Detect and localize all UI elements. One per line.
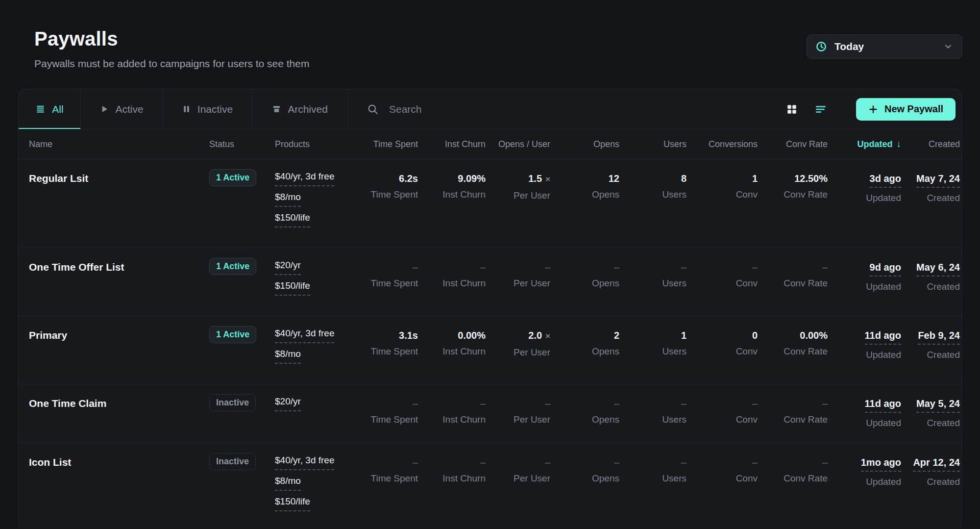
col-header-created[interactable]: Created — [901, 139, 960, 150]
metric-label: Time Spent — [339, 346, 418, 357]
metric-cell: –Conv Rate — [758, 398, 828, 425]
updated-value: 9d ago — [828, 261, 901, 277]
col-header-updated[interactable]: Updated↓ — [828, 139, 901, 150]
metric-cell: –Time Spent — [339, 398, 418, 425]
metric-label: Opens — [550, 414, 619, 425]
product-item: $150/life — [275, 496, 339, 511]
metric-label: Inst Churn — [418, 346, 486, 357]
col-header-users[interactable]: Users — [619, 139, 686, 150]
updated-text: 1mo ago — [861, 456, 901, 472]
name-cell: Icon List — [29, 456, 209, 468]
status-badge: Inactive — [209, 394, 256, 411]
table-row[interactable]: Regular Lsit1 Active$40/yr, 3d free$8/mo… — [19, 159, 961, 248]
multiplier-suffix: × — [545, 175, 550, 184]
metric-label: Time Spent — [339, 189, 418, 200]
metric-value: 1 — [686, 173, 758, 184]
created-text: Feb 9, 24 — [918, 329, 960, 345]
sort-desc-icon: ↓ — [897, 139, 902, 149]
plus-icon — [868, 104, 878, 114]
tab-inactive[interactable]: Inactive — [163, 89, 252, 129]
table-row[interactable]: Primary1 Active$40/yr, 3d free$8/mo3.1sT… — [19, 316, 961, 384]
page-title-block: Paywalls Paywalls must be added to campa… — [34, 28, 309, 70]
metric-label: Users — [619, 473, 686, 484]
metric-cell: –Opens — [550, 456, 619, 484]
metric-cell: –Users — [619, 261, 686, 289]
metric-value: 12 — [550, 173, 619, 184]
updated-cell: 3d agoUpdated — [828, 173, 901, 203]
col-header-opens-user[interactable]: Opens / User — [486, 139, 550, 150]
metric-value: – — [758, 398, 828, 409]
created-text: May 5, 24 — [916, 398, 960, 413]
metric-label: Time Spent — [339, 473, 418, 484]
col-header-conv-rate[interactable]: Conv Rate — [758, 139, 828, 150]
updated-text: 9d ago — [870, 261, 901, 277]
metric-label: Conv Rate — [758, 346, 828, 357]
rows-icon — [35, 104, 46, 114]
search-icon — [367, 103, 379, 115]
metric-value: – — [486, 456, 550, 468]
metric-cell: 0.00%Inst Churn — [418, 329, 486, 357]
table-row[interactable]: One Time ClaimInactive$20/yr–Time Spent–… — [19, 384, 961, 443]
metric-value: 3.1s — [339, 329, 418, 341]
paywall-name: Primary — [29, 329, 67, 341]
metric-cell: 9.09%Inst Churn — [418, 173, 486, 200]
metric-value: 12.50% — [758, 173, 828, 184]
metric-cell: 0.00%Conv Rate — [758, 329, 828, 357]
col-header-products[interactable]: Products — [275, 139, 339, 150]
product-price: $20/yr — [275, 260, 301, 275]
tab-all[interactable]: All — [19, 89, 81, 129]
col-header-opens[interactable]: Opens — [550, 139, 619, 150]
list-view-button[interactable] — [813, 102, 829, 117]
metric-label: Conv — [686, 278, 758, 289]
metric-value: 8 — [619, 173, 686, 184]
metric-cell: –Opens — [550, 261, 619, 289]
created-text: Apr 12, 24 — [913, 456, 960, 472]
col-header-updated-label: Updated — [858, 139, 893, 149]
created-cell: May 5, 24Created — [901, 398, 960, 428]
col-header-inst-churn[interactable]: Inst Churn — [418, 139, 486, 150]
product-item: $40/yr, 3d free — [275, 455, 339, 470]
search-input[interactable] — [388, 103, 594, 116]
created-text: May 6, 24 — [916, 261, 960, 277]
paywall-name: One Time Claim — [29, 398, 106, 409]
product-item: $40/yr, 3d free — [275, 171, 339, 186]
metric-cell: –Inst Churn — [418, 261, 486, 289]
metric-cell: –Inst Churn — [418, 398, 486, 425]
col-header-status[interactable]: Status — [209, 139, 275, 150]
status-badge: 1 Active — [209, 258, 256, 275]
grid-view-button[interactable] — [784, 102, 799, 117]
archive-icon — [272, 104, 281, 114]
col-header-conversions[interactable]: Conversions — [686, 139, 758, 150]
col-header-time-spent[interactable]: Time Spent — [339, 139, 418, 150]
metric-cell: 6.2sTime Spent — [339, 173, 418, 200]
col-header-name[interactable]: Name — [29, 139, 209, 150]
status-badge: 1 Active — [209, 169, 256, 186]
metric-cell: –Inst Churn — [418, 456, 486, 484]
updated-label: Updated — [828, 350, 901, 360]
pause-icon — [182, 104, 191, 114]
tab-active[interactable]: Active — [81, 89, 163, 129]
updated-label: Updated — [828, 193, 901, 203]
product-item: $8/mo — [275, 192, 339, 207]
updated-label: Updated — [828, 477, 901, 487]
metric-label: Users — [619, 346, 686, 357]
tab-inactive-label: Inactive — [197, 103, 233, 115]
period-selector[interactable]: Today — [807, 34, 962, 59]
metric-cell: 1.5×Per User — [486, 173, 550, 201]
metric-label: Opens — [550, 473, 619, 484]
name-cell: One Time Claim — [29, 398, 209, 409]
new-paywall-button[interactable]: New Paywall — [856, 98, 956, 121]
tab-archived[interactable]: Archived — [252, 89, 348, 129]
products-cell: $40/yr, 3d free$8/mo — [275, 329, 339, 371]
table-row[interactable]: One Time Offer List1 Active$20/yr$150/li… — [19, 248, 961, 316]
metric-label: Opens — [550, 278, 619, 289]
metric-label: Conv — [686, 414, 758, 425]
product-item: $20/yr — [275, 396, 339, 411]
metric-cell: –Conv — [686, 398, 758, 425]
created-label: Created — [901, 477, 960, 487]
table-body: Regular Lsit1 Active$40/yr, 3d free$8/mo… — [19, 159, 961, 529]
updated-text: 11d ago — [865, 398, 901, 413]
metric-value: 1.5× — [486, 173, 550, 185]
table-row[interactable]: Icon ListInactive$40/yr, 3d free$8/mo$15… — [19, 443, 961, 529]
updated-label: Updated — [828, 281, 901, 292]
